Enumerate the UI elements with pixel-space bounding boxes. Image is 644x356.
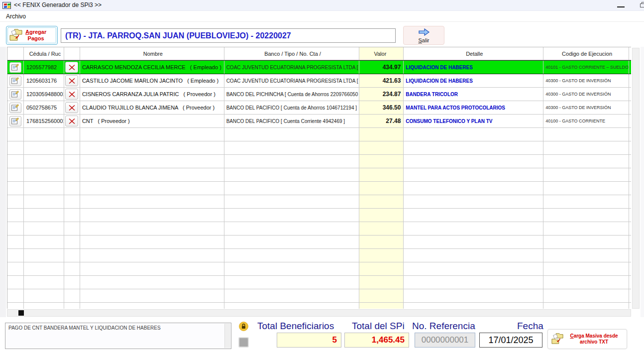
cedula-cell: 1205603176: [24, 74, 64, 87]
valor-cell: 421.63: [359, 74, 404, 87]
nombre-cell: CARRASCO MENDOZA CECILIA MERCE ( Emplead…: [80, 61, 224, 74]
grid-horizontal-scrollbar[interactable]: [7, 309, 631, 317]
entity-field[interactable]: (TR) - JTA. PARROQ.SAN JUAN (PUEBLOVIEJO…: [61, 28, 396, 43]
exit-button[interactable]: Salir: [403, 26, 444, 45]
valor-cell: 234.87: [359, 88, 404, 101]
delete-row-button[interactable]: [65, 75, 78, 86]
grid-left-gutter: [0, 47, 6, 317]
grid-header-row: Cédula / Ruc Nombre Banco / Tipo / No. C…: [7, 47, 631, 60]
detalle-cell: LIQUIDACION DE HABERES: [404, 61, 543, 74]
menubar: Archivo: [0, 11, 644, 22]
edit-row-button[interactable]: [9, 89, 21, 100]
exit-label: Salir: [407, 37, 441, 43]
header-filler: [629, 47, 631, 60]
restore-button[interactable]: [636, 0, 644, 11]
edit-row-button[interactable]: [9, 103, 21, 113]
detalle-cell: BANDERA TRICOLOR: [404, 88, 543, 101]
payments-grid: Cédula / Ruc Nombre Banco / Tipo / No. C…: [7, 47, 631, 309]
codigo-cell: 40100 - GASTO CORRIENTE: [543, 115, 629, 127]
banco-cell: BANCO DEL PACIFICO [ Cuenta de Ahorros 1…: [224, 101, 360, 114]
table-row[interactable]: 0502758675 CLAUDIO TRUJILLO BLANCA JIMEN…: [7, 101, 631, 115]
edit-row-button[interactable]: [9, 116, 21, 126]
header-detalle: Detalle: [404, 47, 543, 60]
add-payments-label: AgregarPagos: [25, 29, 46, 42]
total-beneficiarios-label: Total Beneficiarios: [257, 321, 334, 332]
referencia-label: No. Referencia: [412, 321, 475, 332]
gray-square-button[interactable]: [238, 337, 249, 348]
empty-table-row: [7, 249, 631, 262]
delete-row-button[interactable]: [65, 89, 78, 100]
empty-table-row: [7, 289, 631, 303]
menu-archivo[interactable]: Archivo: [4, 12, 28, 20]
delete-x-icon: [69, 105, 75, 111]
minimize-button[interactable]: [613, 0, 629, 11]
delete-row-button[interactable]: [65, 62, 78, 73]
table-row[interactable]: 1203059488001 CISNEROS CARRANZA JULIA PA…: [7, 88, 631, 101]
header-banco: Banco / Tipo / No. Cta /: [224, 47, 360, 60]
header-valor: Valor: [359, 47, 404, 60]
delete-x-icon: [69, 118, 75, 124]
carga-masiva-label: Carga Masiva desdearchivo TXT: [566, 333, 624, 345]
carga-masiva-button[interactable]: Carga Masiva desdearchivo TXT: [547, 329, 627, 349]
delete-x-icon: [69, 78, 75, 84]
empty-table-row: [7, 128, 631, 141]
payment-note-text: PAGO DE CNT BANDERA MANTEL Y LIQUIDACION…: [8, 325, 161, 331]
delete-x-icon: [69, 64, 75, 71]
nombre-cell: CISNEROS CARRANZA JULIA PATRIC ( Proveed…: [80, 88, 224, 101]
header-cedula: Cédula / Ruc: [24, 47, 64, 60]
table-row[interactable]: 1205577982 CARRASCO MENDOZA CECILIA MERC…: [7, 60, 631, 74]
banco-cell: COAC JUVENTUD ECUATORIANA PROGRESISTA LT…: [224, 74, 360, 87]
delete-x-icon: [69, 91, 75, 98]
delete-row-button[interactable]: [65, 116, 78, 126]
edit-row-button[interactable]: [9, 62, 21, 73]
referencia-field: 0000000001: [415, 333, 475, 348]
nombre-cell: CNT ( Proveedor ): [80, 115, 224, 127]
app-icon: [2, 2, 11, 9]
app-window: << FENIX Generador de SPi3 >> Archivo Ag…: [0, 0, 644, 356]
grid-rows-viewport: 1205577982 CARRASCO MENDOZA CECILIA MERC…: [7, 60, 631, 309]
edit-cell: [7, 74, 24, 87]
carga-masiva-icon: [551, 333, 564, 346]
filler-cell: [629, 115, 631, 127]
delete-cell: [64, 115, 80, 127]
empty-table-row: [7, 155, 631, 168]
delete-row-button[interactable]: [65, 102, 78, 113]
fecha-field[interactable]: 17/01/2025: [479, 333, 542, 348]
total-beneficiarios-field: 5: [277, 333, 341, 348]
note-scrollbar[interactable]: [224, 324, 230, 348]
valor-cell: 346.50: [359, 101, 404, 114]
header-edit-col: [7, 47, 24, 60]
header-delete-col: [64, 47, 80, 60]
edit-form-icon: [11, 64, 19, 71]
filler-cell: [629, 61, 631, 74]
valor-cell: 434.97: [359, 61, 404, 74]
hscroll-thumb[interactable]: [18, 310, 24, 316]
codigo-cell: 40300 - GASTO DE INVERSIÓN: [543, 88, 629, 101]
edit-row-button[interactable]: [9, 76, 21, 86]
table-row[interactable]: 1768152560001 CNT ( Proveedor ) BANCO DE…: [7, 115, 631, 128]
total-spi-field: 1,465.45: [344, 333, 409, 348]
valor-cell: 27.48: [359, 115, 404, 127]
edit-cell: [7, 61, 24, 74]
titlebar: << FENIX Generador de SPi3 >>: [0, 0, 644, 11]
edit-cell: [7, 88, 24, 101]
filler-cell: [629, 88, 631, 101]
nombre-cell: CASTILLO JACOME MARLON JACINTO ( Emplead…: [80, 74, 224, 87]
add-payments-icon: [9, 28, 23, 43]
payment-note-field[interactable]: PAGO DE CNT BANDERA MANTEL Y LIQUIDACION…: [5, 323, 231, 349]
grid-right-gutter: [641, 47, 644, 317]
empty-table-row: [7, 182, 631, 195]
cedula-cell: 0502758675: [24, 101, 64, 114]
codigo-cell: 40300 - GASTO DE INVERSIÓN: [543, 101, 629, 114]
table-row[interactable]: 1205603176 CASTILLO JACOME MARLON JACINT…: [7, 74, 631, 88]
delete-cell: [64, 88, 80, 101]
filler-cell: [629, 101, 631, 114]
header-codigo: Codigo de Ejecucion: [543, 47, 629, 60]
grid-vertical-scrollbar[interactable]: [632, 48, 640, 309]
detalle-cell: MANTEL PARA ACTOS PROTOCOLARIOS: [404, 101, 543, 114]
cedula-cell: 1203059488001: [24, 88, 64, 101]
codigo-cell: 40300 - GASTO DE INVERSIÓN: [543, 74, 629, 87]
add-payments-button[interactable]: AgregarPagos: [6, 26, 58, 45]
total-spi-label: Total del SPi: [352, 321, 405, 332]
empty-table-row: [7, 276, 631, 289]
